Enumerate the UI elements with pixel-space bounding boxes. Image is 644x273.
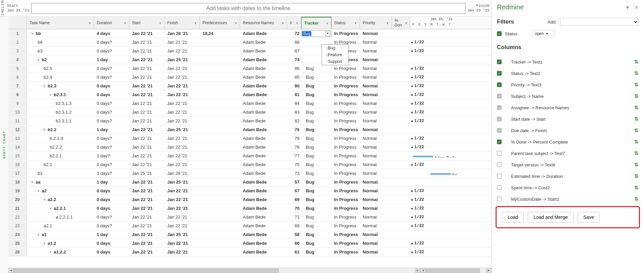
cell-percent-done[interactable] (392, 67, 410, 70)
cell-start[interactable]: Jan 22 '21 (129, 196, 165, 203)
cell-percent-done[interactable] (392, 172, 410, 175)
cell-id[interactable]: 61 (287, 248, 301, 256)
column-checkbox[interactable] (497, 174, 502, 179)
cell-tracker[interactable]: Bug (301, 100, 331, 107)
cell-status[interactable]: In Progress (331, 239, 360, 247)
cell-finish[interactable]: Jan 22 '21 (165, 222, 200, 230)
cell-task[interactable]: b2.2.2 (27, 143, 94, 151)
cell-start[interactable]: Jan 22 '21 (129, 100, 165, 107)
expand-toggle-icon[interactable]: ▿ (50, 93, 53, 96)
column-header-done[interactable]: % Don▼ (392, 17, 410, 29)
cell-start[interactable]: Jan 22 '21 (129, 222, 165, 230)
cell-priority[interactable]: Normal (360, 196, 392, 203)
cell-percent-done[interactable] (392, 41, 410, 44)
cell-duration[interactable]: 0 days? (94, 134, 129, 142)
task-row[interactable]: 24▿a11 dayJan 22 '21Jan 25 '21Adam Bede5… (8, 230, 491, 239)
cell-predecessors[interactable] (200, 146, 240, 149)
cell-task[interactable]: b3 (27, 47, 94, 55)
cell-id[interactable]: 71 (287, 213, 301, 221)
cell-resource[interactable]: Adam Bede (240, 204, 287, 212)
task-row[interactable]: 23a2.10 days?Jan 22 '21Jan 22 '21Adam Be… (8, 222, 491, 230)
scroll-left-icon[interactable]: ◄ (420, 268, 426, 273)
cell-finish[interactable]: Jan 22 '21 (165, 196, 200, 203)
row-num-header[interactable] (8, 17, 27, 29)
cell-priority[interactable]: Normal (360, 222, 392, 230)
column-header-start[interactable]: Start▼ (129, 17, 165, 29)
task-row[interactable]: 6b2.40 days?Jan 22 '21Jan 22 '21Adam Bed… (8, 73, 491, 82)
expand-toggle-icon[interactable]: ▿ (44, 242, 47, 245)
cell-task[interactable]: ▿a2.2.1 (27, 204, 94, 212)
cell-resource[interactable]: Adam Bede (240, 143, 287, 151)
drag-handle-icon[interactable]: ⇅ (634, 196, 639, 202)
cell-predecessors[interactable] (200, 111, 240, 114)
cell-id[interactable]: 88 (287, 38, 301, 46)
cell-priority[interactable]: Normal (360, 248, 392, 256)
row-number[interactable]: 11 (8, 117, 27, 125)
cell-predecessors[interactable] (200, 242, 240, 245)
cell-start[interactable]: Jan 25 '21 (129, 169, 165, 177)
cell-status[interactable]: In Progress (331, 117, 360, 125)
drag-handle-icon[interactable]: ⇅ (634, 70, 639, 76)
cell-percent-done[interactable] (392, 32, 410, 35)
cell-percent-done[interactable] (392, 137, 410, 140)
column-header-prio[interactable]: Priority▼ (360, 17, 392, 29)
cell-resource[interactable]: Adam Bede (240, 213, 287, 221)
cell-id[interactable]: 68 (287, 222, 301, 230)
column-checkbox[interactable] (497, 151, 502, 156)
cell-predecessors[interactable] (200, 190, 240, 192)
cell-predecessors[interactable] (200, 58, 240, 61)
cell-priority[interactable]: Normal (360, 47, 392, 55)
cell-finish[interactable]: Jan 28 '21 (165, 169, 200, 177)
cell-duration[interactable]: 3 days? (94, 169, 129, 177)
cell-resource[interactable]: Adam Bede (240, 47, 287, 55)
cell-resource[interactable]: Adam Bede (240, 30, 287, 37)
task-row[interactable]: 13b.2.2.30 days?Jan 22 '21Jan 22 '21Adam… (8, 134, 491, 143)
cell-finish[interactable]: Jan 22 '21 (165, 47, 200, 55)
row-number[interactable]: 13 (8, 134, 27, 143)
cell-task[interactable]: b1 (27, 169, 94, 177)
task-row[interactable]: 16b2.10 days?Jan 22 '21Jan 22 '21Adam Be… (8, 160, 491, 169)
cell-finish[interactable]: Jan 25 '21 (165, 56, 200, 64)
task-row[interactable]: 25▿a1.20 daysJan 22 '21Jan 22 '21Adam Be… (8, 239, 491, 248)
cell-predecessors[interactable]: 18,24 (200, 30, 240, 37)
cell-status[interactable]: In Progress (331, 231, 360, 238)
cell-percent-done[interactable] (392, 207, 410, 210)
cell-tracker[interactable]: Bug (301, 73, 331, 81)
cell-task[interactable]: b2.3.1.2 (27, 108, 94, 116)
cell-tracker[interactable]: Bug (301, 231, 331, 238)
cell-task[interactable]: ▿bb (27, 30, 94, 37)
drag-handle-icon[interactable]: ⇅ (634, 82, 639, 88)
cell-tracker[interactable]: Bug (301, 204, 331, 212)
cell-tracker[interactable]: Bug (301, 187, 331, 195)
row-number[interactable]: 1 (8, 30, 27, 38)
row-number[interactable]: 6 (8, 73, 27, 81)
cell-priority[interactable]: Normal (360, 143, 392, 151)
cell-duration[interactable]: 0 days (94, 91, 129, 99)
load-merge-button[interactable]: Load and Merge (528, 212, 573, 223)
cell-finish[interactable]: Jan 22 '21 (165, 239, 200, 247)
cell-id[interactable]: 72 (287, 30, 301, 37)
column-header-pred[interactable]: Predecessors▼ (200, 17, 240, 29)
row-number[interactable]: 7 (8, 82, 27, 90)
row-number[interactable]: 9 (8, 100, 27, 108)
column-checkbox[interactable]: ✓ (497, 71, 502, 76)
column-checkbox[interactable]: ✓ (497, 117, 502, 121)
cell-tracker[interactable]: Bug (301, 143, 331, 151)
row-number[interactable]: 8 (8, 91, 27, 99)
column-checkbox[interactable]: ✓ (497, 82, 502, 87)
cell-id[interactable]: 78 (287, 143, 301, 151)
dropdown-icon[interactable]: ▼ (194, 22, 197, 24)
cell-finish[interactable]: Jan 22 '21 (165, 91, 200, 99)
cell-tracker[interactable]: Bug (301, 222, 331, 230)
cell-duration[interactable]: 0 days (94, 196, 129, 203)
cell-tracker[interactable]: Bug (301, 169, 331, 177)
cell-duration[interactable]: 0 days? (94, 108, 129, 116)
drag-handle-icon[interactable]: ⇅ (634, 185, 639, 191)
cell-id[interactable]: 85 (287, 73, 301, 81)
cell-duration[interactable]: 1 day? (94, 152, 129, 160)
row-number[interactable]: 26 (8, 248, 27, 256)
column-checkbox[interactable]: ✓ (497, 105, 502, 110)
cell-resource[interactable]: Adam Bede (240, 100, 287, 107)
cell-start[interactable]: Jan 22 '21 (129, 56, 165, 64)
cell-start[interactable]: Jan 22 '21 (129, 213, 165, 221)
